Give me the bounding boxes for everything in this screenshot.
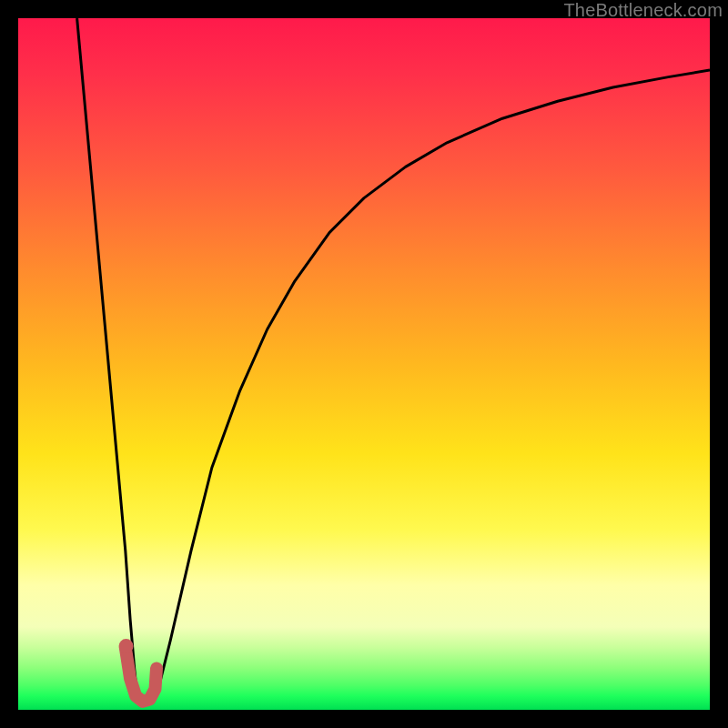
chart-frame xyxy=(18,18,710,710)
series-marker-stroke xyxy=(126,648,157,702)
chart-svg xyxy=(18,18,710,710)
marker-layer xyxy=(119,639,157,702)
curve-layer xyxy=(77,18,710,704)
marker-dot xyxy=(119,639,134,653)
series-right-branch xyxy=(157,70,710,696)
series-left-branch xyxy=(77,18,137,696)
